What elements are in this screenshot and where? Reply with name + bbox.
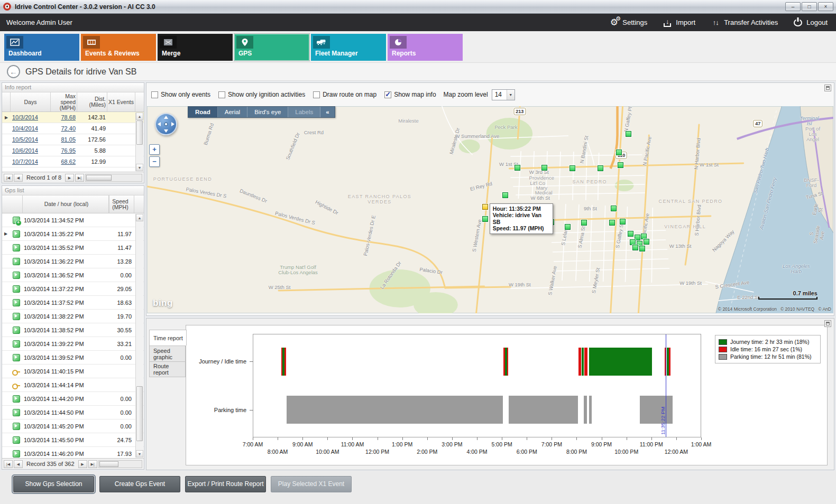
nav-tab-reports[interactable]: Reports <box>388 34 463 61</box>
back-button[interactable]: ← <box>7 65 20 78</box>
map-option-checkbox[interactable]: Show only events <box>151 91 210 98</box>
next-record-button[interactable]: ▶ <box>78 460 87 468</box>
max-speed-link[interactable]: 72.40 <box>61 125 76 132</box>
vehicle-marker[interactable] <box>639 246 645 251</box>
map-view-tab[interactable]: Road <box>188 107 218 117</box>
selected-vehicle-marker[interactable] <box>482 204 488 210</box>
gps-list-row[interactable]: 10/3/2014 11:37:22 PM 29.05 <box>2 282 144 296</box>
day-link[interactable]: 10/4/2014 <box>12 125 38 132</box>
map-panel-toggle-button[interactable] <box>824 85 831 91</box>
map-viewbar-collapse-button[interactable]: « <box>320 107 334 117</box>
pan-south-icon[interactable] <box>164 129 168 133</box>
last-record-button[interactable]: ▶| <box>88 460 97 468</box>
checkbox-box-icon[interactable] <box>384 91 391 98</box>
gps-list-row[interactable]: 10/3/2014 11:39:52 PM 0.00 <box>2 351 144 365</box>
max-speed-link[interactable]: 76.95 <box>61 147 76 154</box>
prev-record-button[interactable]: ◀ <box>14 174 23 182</box>
compass-center-icon[interactable] <box>164 123 168 126</box>
footer-action-button[interactable]: Create Gps Event <box>99 476 180 492</box>
map-view-tab[interactable]: Labels <box>288 107 320 117</box>
chart-tab[interactable]: Route report <box>149 361 186 377</box>
checkbox-box-icon[interactable] <box>218 91 225 98</box>
minimize-button[interactable]: – <box>785 2 801 11</box>
max-speed-link[interactable]: 81.05 <box>61 136 76 143</box>
checkbox-box-icon[interactable] <box>313 91 320 98</box>
first-record-button[interactable]: |◀ <box>4 174 13 182</box>
day-link[interactable]: 10/5/2014 <box>12 136 38 143</box>
info-report-hscrollbar[interactable] <box>85 174 142 182</box>
vehicle-marker[interactable] <box>482 216 488 222</box>
vehicle-marker[interactable] <box>598 165 603 171</box>
gps-list-row[interactable]: 10/3/2014 11:40:15 PM <box>2 365 144 378</box>
prev-record-button[interactable]: ◀ <box>14 460 23 468</box>
map-zoom-select[interactable]: 14 ▼ <box>492 89 515 100</box>
gps-list-row[interactable]: 10/3/2014 11:36:52 PM 0.00 <box>2 268 144 282</box>
info-report-vscrollbar[interactable]: ▲ ▼ <box>135 113 143 171</box>
gps-list-row[interactable]: 10/3/2014 11:34:52 PM <box>2 213 144 227</box>
pan-east-icon[interactable] <box>171 122 174 126</box>
settings-button[interactable]: ⚙⚙ Settings <box>610 18 647 27</box>
last-record-button[interactable]: ▶| <box>75 174 84 182</box>
import-button[interactable]: ↓ Import <box>663 18 695 27</box>
gps-list-row[interactable]: 10/3/2014 11:37:52 PM 18.63 <box>2 296 144 310</box>
info-report-row[interactable]: 10/4/2014 72.40 41.49 <box>2 123 144 134</box>
map-view-tab[interactable]: Aerial <box>218 107 247 117</box>
gps-list-vscrollbar[interactable]: ▲ ▼ <box>135 214 143 458</box>
gps-list-row[interactable]: 10/3/2014 11:44:20 PM 0.00 <box>2 392 144 406</box>
checkbox-box-icon[interactable] <box>151 91 158 98</box>
gps-list-row[interactable]: 10/3/2014 11:44:50 PM 0.00 <box>2 406 144 419</box>
zoom-in-button[interactable]: + <box>149 144 160 155</box>
footer-action-button[interactable]: Export / Print Route Report <box>185 476 266 492</box>
nav-tab-gps[interactable]: GPS <box>234 34 309 61</box>
vehicle-marker[interactable] <box>569 165 575 171</box>
vehicle-marker[interactable] <box>616 150 622 155</box>
close-button[interactable]: × <box>818 2 833 11</box>
vehicle-marker[interactable] <box>541 165 547 171</box>
nav-tab-dashboard[interactable]: Dashboard <box>4 34 79 61</box>
footer-action-button[interactable]: Play Selected X1 Event <box>271 476 352 492</box>
footer-action-button[interactable]: Show Gps Selection <box>13 476 94 492</box>
gps-list-row[interactable]: 10/3/2014 11:38:52 PM 30.55 <box>2 323 144 337</box>
vehicle-marker[interactable] <box>618 162 623 168</box>
info-report-row[interactable]: 10/3/2014 78.68 142.31 <box>2 112 144 123</box>
nav-tab-events-reviews[interactable]: Events & Reviews <box>81 34 156 61</box>
pan-west-icon[interactable] <box>158 122 161 126</box>
next-record-button[interactable]: ▶ <box>65 174 74 182</box>
transfer-activities-button[interactable]: ↑↓ Transfer Activities <box>711 18 778 26</box>
first-record-button[interactable]: |◀ <box>4 460 13 468</box>
chart-tab[interactable]: Speed graphic <box>149 346 186 361</box>
info-report-row[interactable]: 10/6/2014 76.95 5.88 <box>2 145 144 156</box>
gps-list-row[interactable]: 10/3/2014 11:45:50 PM 24.75 <box>2 433 144 447</box>
map-option-checkbox[interactable]: Show only ignition activities <box>218 91 305 98</box>
gps-list-row[interactable]: 10/3/2014 11:39:22 PM 33.21 <box>2 337 144 351</box>
zoom-out-button[interactable]: − <box>149 156 160 167</box>
info-report-row[interactable]: 10/5/2014 81.05 172.56 <box>2 134 144 145</box>
dropdown-arrow-icon[interactable]: ▼ <box>507 90 515 100</box>
gps-list-row[interactable]: 10/3/2014 11:35:52 PM 11.47 <box>2 241 144 255</box>
vehicle-marker[interactable] <box>515 165 520 171</box>
vehicle-marker[interactable] <box>581 220 587 226</box>
day-link[interactable]: 10/7/2014 <box>12 158 38 165</box>
max-speed-link[interactable]: 68.62 <box>61 158 76 165</box>
vehicle-marker[interactable] <box>644 239 649 245</box>
day-link[interactable]: 10/3/2014 <box>12 114 38 120</box>
gps-list-row[interactable]: 10/3/2014 11:36:22 PM 13.28 <box>2 255 144 268</box>
map-view-tab[interactable]: Bird's eye <box>247 107 288 117</box>
vehicle-marker[interactable] <box>502 192 508 198</box>
vehicle-marker[interactable] <box>626 131 631 137</box>
max-speed-link[interactable]: 78.68 <box>61 114 76 120</box>
nav-tab-merge[interactable]: Merge <box>158 34 233 61</box>
chart-tab[interactable]: Time report <box>149 330 187 346</box>
map-option-checkbox[interactable]: Draw route on map <box>313 91 376 98</box>
maximize-button[interactable]: □ <box>802 2 817 11</box>
pan-north-icon[interactable] <box>164 116 168 119</box>
gps-list-row[interactable]: 10/3/2014 11:35:22 PM 11.97 <box>2 227 144 241</box>
chart-panel-toggle-button[interactable] <box>824 320 831 327</box>
logout-button[interactable]: Logout <box>794 18 828 26</box>
vehicle-marker[interactable] <box>628 231 633 237</box>
nav-tab-fleet-manager[interactable]: Fleet Manager <box>311 34 386 61</box>
gps-list-row[interactable]: 10/3/2014 11:38:22 PM 19.70 <box>2 310 144 323</box>
map-compass-control[interactable] <box>155 113 177 135</box>
vehicle-marker[interactable] <box>609 220 615 226</box>
map-canvas[interactable]: MiralestePeck ParkW Summerland AveCrest … <box>147 106 833 313</box>
